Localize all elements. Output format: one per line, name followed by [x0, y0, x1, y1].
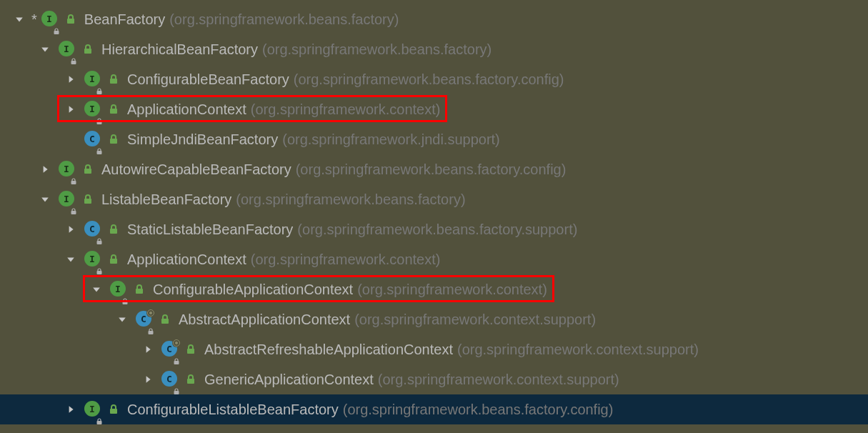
tree-row[interactable]: CAbstractRefreshableApplicationContext(o… — [0, 334, 868, 364]
visibility-lock-icon — [121, 292, 129, 299]
type-name: HierarchicalBeanFactory — [101, 41, 258, 58]
expand-arrow-right-icon[interactable] — [64, 103, 77, 116]
svg-rect-23 — [161, 319, 169, 324]
visibility-lock-icon — [173, 382, 180, 389]
type-name: AbstractApplicationContext — [179, 312, 350, 328]
package-label: (org.springframework.beans.factory.confi… — [294, 71, 564, 88]
package-label: (org.springframework.beans.factory) — [262, 41, 492, 58]
svg-rect-13 — [84, 199, 91, 204]
svg-point-22 — [149, 312, 152, 314]
lock-icon — [81, 163, 94, 176]
expand-arrow-down-icon[interactable] — [90, 283, 103, 296]
svg-rect-7 — [110, 109, 117, 114]
tree-row[interactable]: CSimpleJndiBeanFactory(org.springframewo… — [0, 124, 868, 154]
type-name: AbstractRefreshableApplicationContext — [204, 342, 453, 358]
interface-icon: I — [110, 281, 127, 298]
expand-arrow-down-icon[interactable] — [116, 313, 129, 326]
visibility-lock-icon — [70, 52, 77, 59]
visibility-lock-icon — [96, 112, 103, 119]
lock-icon — [107, 73, 120, 86]
package-label: (org.springframework.jndi.support) — [282, 131, 500, 148]
tree-row[interactable]: IListableBeanFactory(org.springframework… — [0, 184, 868, 214]
type-name: AutowireCapableBeanFactory — [101, 161, 291, 178]
interface-icon: I — [59, 41, 76, 58]
svg-rect-15 — [110, 229, 117, 234]
type-name: ConfigurableApplicationContext — [153, 282, 353, 298]
package-label: (org.springframework.context) — [251, 252, 441, 268]
visibility-lock-icon — [70, 172, 77, 179]
visibility-lock-icon — [96, 82, 103, 89]
tree-row[interactable]: CGenericApplicationContext(org.springfra… — [0, 364, 868, 394]
package-label: (org.springframework.context.support) — [378, 372, 619, 388]
lock-icon — [184, 373, 197, 386]
svg-rect-3 — [84, 49, 91, 54]
lock-icon — [81, 193, 94, 206]
tree-row[interactable]: CAbstractApplicationContext(org.springfr… — [0, 304, 868, 334]
visibility-lock-icon — [147, 322, 154, 329]
root-marker: * — [31, 11, 37, 28]
visibility-lock-icon — [173, 352, 180, 359]
tree-row[interactable]: IConfigurableListableBeanFactory(org.spr… — [0, 394, 868, 424]
lock-icon — [107, 253, 120, 266]
expand-arrow-right-icon[interactable] — [64, 223, 77, 236]
type-name: GenericApplicationContext — [204, 372, 374, 388]
lock-icon — [107, 133, 120, 146]
tree-row[interactable]: IApplicationContext(org.springframework.… — [0, 94, 868, 124]
type-name: BeanFactory — [84, 11, 165, 28]
svg-point-26 — [175, 342, 178, 344]
class-icon: C — [161, 371, 179, 388]
package-label: (org.springframework.beans.factory.confi… — [343, 402, 614, 418]
svg-rect-5 — [110, 79, 117, 84]
tree-row[interactable]: IHierarchicalBeanFactory(org.springframe… — [0, 34, 868, 64]
visibility-lock-icon — [96, 142, 103, 149]
lock-icon — [107, 103, 120, 116]
tree-row[interactable]: IApplicationContext(org.springframework.… — [0, 244, 868, 274]
visibility-lock-icon — [96, 232, 103, 239]
interface-icon: I — [84, 71, 101, 88]
expand-arrow-down-icon[interactable] — [13, 13, 26, 26]
interface-icon: I — [41, 11, 59, 28]
expand-arrow-right-icon[interactable] — [141, 373, 154, 386]
interface-icon: I — [84, 101, 101, 118]
type-name: SimpleJndiBeanFactory — [127, 131, 278, 148]
visibility-lock-icon — [53, 22, 60, 29]
tree-row[interactable]: IConfigurableBeanFactory(org.springframe… — [0, 64, 868, 94]
abstract-overlay-icon — [172, 339, 181, 347]
class-icon: C — [161, 341, 179, 358]
visibility-lock-icon — [96, 262, 103, 269]
type-name: ApplicationContext — [127, 101, 246, 118]
package-label: (org.springframework.context) — [251, 101, 441, 118]
lock-icon — [107, 403, 120, 416]
expand-arrow-right-icon[interactable] — [64, 73, 77, 86]
type-name: ConfigurableBeanFactory — [127, 71, 289, 88]
tree-row[interactable]: IAutowireCapableBeanFactory(org.springfr… — [0, 154, 868, 184]
expand-arrow-down-icon[interactable] — [39, 193, 51, 206]
package-label: (org.springframework.beans.factory.suppo… — [297, 222, 577, 238]
tree-row[interactable]: CStaticListableBeanFactory(org.springfra… — [0, 214, 868, 244]
lock-icon — [159, 313, 171, 326]
expand-arrow-right-icon[interactable] — [39, 163, 51, 176]
svg-rect-1 — [67, 19, 74, 24]
tree-row[interactable]: *IBeanFactory(org.springframework.beans.… — [0, 4, 868, 34]
class-icon: C — [136, 311, 153, 328]
lock-icon — [107, 223, 120, 236]
package-label: (org.springframework.context.support) — [457, 342, 699, 358]
lock-icon — [81, 43, 94, 56]
expand-arrow-down-icon[interactable] — [39, 43, 51, 56]
expand-arrow-right-icon[interactable] — [64, 403, 77, 416]
type-name: StaticListableBeanFactory — [127, 222, 293, 238]
expand-arrow-right-icon[interactable] — [141, 343, 154, 356]
svg-rect-27 — [187, 349, 194, 354]
type-name: ConfigurableListableBeanFactory — [127, 402, 339, 418]
svg-rect-29 — [187, 379, 194, 384]
expand-arrow-down-icon[interactable] — [64, 253, 77, 266]
package-label: (org.springframework.beans.factory) — [169, 11, 399, 28]
package-label: (org.springframework.context.support) — [354, 312, 596, 328]
abstract-overlay-icon — [146, 309, 155, 317]
lock-icon — [133, 283, 146, 296]
visibility-lock-icon — [70, 202, 77, 209]
interface-icon: I — [84, 251, 101, 268]
tree-row[interactable]: IConfigurableApplicationContext(org.spri… — [0, 274, 868, 304]
type-name: ListableBeanFactory — [101, 191, 231, 208]
svg-rect-11 — [84, 169, 91, 174]
